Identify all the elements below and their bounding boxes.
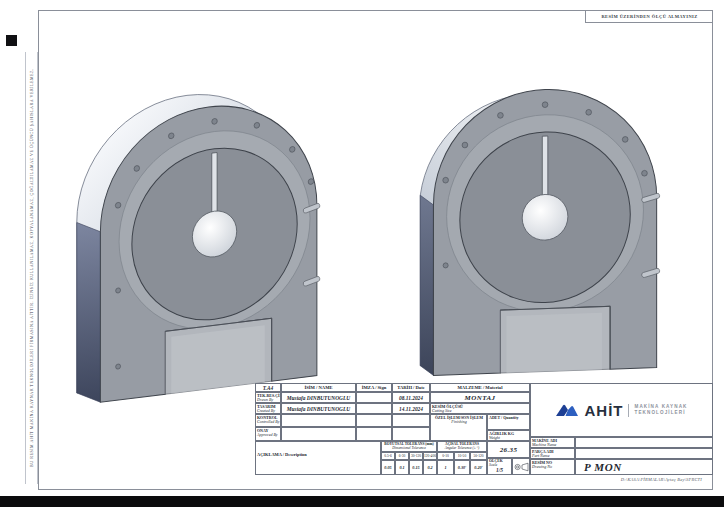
titleblock-header-date: TARİH / Date (392, 383, 430, 392)
material-value: MONTAJ (430, 392, 530, 403)
cutting-size-cell: KESİM ÖLÇÜSÜ Cutting Size (430, 403, 530, 414)
titleblock-header-material: MALZEME / Material (430, 383, 530, 392)
ahit-logo-icon (555, 402, 579, 418)
titleblock-header-name: İSİM / NAME (281, 383, 356, 392)
row-drawnby-label: TEK.RES.ÇİZ Drawn By (255, 392, 281, 403)
row-controlledby-date (392, 414, 430, 427)
slot (542, 136, 547, 197)
brand-divider (628, 404, 629, 417)
row-createdby-sign (356, 403, 392, 414)
bottom-black-bar (0, 496, 724, 507)
ang-tol-range: 0-10 (437, 452, 454, 460)
row-createdby-date: 14.11.2024 (392, 403, 430, 414)
drawing-page: RESİM ÜZERİNDEN ÖLÇÜ ALMAYINIZ BU RESİM … (0, 0, 724, 510)
dim-tol-range: 6-30 (395, 452, 409, 460)
ang-tol-header: AÇISAL TOLERANS Angular Tolerance (± °) (437, 441, 487, 452)
row-approvedby-date (392, 427, 430, 441)
drawing-no-value: P MON (575, 459, 713, 475)
brand-tagline: MAKİNA KAYNAK TEKNOLOJİLERİ (634, 404, 687, 416)
machine-name-label: MAKİNE ADI Machine Name (530, 437, 575, 448)
row-controlledby-sign (356, 414, 392, 427)
dim-tol-header: BOYUTSAL TOLERANS (mm) Dimensional Toler… (381, 441, 437, 452)
no-measure-note: RESİM ÜZERİNDEN ÖLÇÜ ALMAYINIZ (585, 10, 713, 23)
housing-front (420, 85, 660, 375)
registration-mark (6, 35, 17, 46)
row-drawnby-date: 08.11.2024 (392, 392, 430, 403)
ang-tol-range: 50-120 (470, 452, 487, 460)
ang-tol-value: 0.20' (470, 460, 487, 475)
description-cell: AÇIKLAMA / Description (255, 441, 381, 475)
iso-view-left (46, 54, 352, 404)
row-approvedby-sign (356, 427, 392, 441)
ang-tol-range: 10-50 (454, 452, 470, 460)
ang-tol-value: 1 (437, 460, 454, 475)
drawing-no-label: RESİM NO Drawing No (530, 459, 575, 475)
part-name-label: PARÇA ADI Part Name (530, 448, 575, 459)
machine-name-value (575, 437, 713, 448)
row-approvedby-label: ONAY Approved By (255, 427, 281, 441)
dim-tol-value: 0.05 (381, 460, 395, 475)
row-controlledby-label: KONTROL Controlled By (255, 414, 281, 427)
dim-tol-range: 120-400 (423, 452, 437, 460)
dim-tol-range: 30-120 (409, 452, 423, 460)
dim-tol-value: 0.15 (409, 460, 423, 475)
bottom-notch (500, 306, 610, 373)
housing-left (77, 79, 321, 404)
projection-symbol-icon (512, 458, 530, 475)
row-drawnby-name: Mustafa DINBUTUNOGLU (281, 392, 356, 403)
file-path-note: D:\KASA\FİRMALAR\Aytaç Bey\SPRCTI (621, 477, 702, 482)
brand-block: AHİT MAKİNA KAYNAK TEKNOLOJİLERİ (530, 383, 713, 437)
row-createdby-label: TASARIM Created By (255, 403, 281, 414)
quantity-cell: ADET / Quantity (487, 414, 530, 430)
ang-tol-value: 0.30' (454, 460, 470, 475)
titleblock-format: T.A4 (255, 383, 281, 392)
iso-view-front (388, 40, 694, 390)
part-name-value (575, 448, 713, 459)
row-controlledby-name (281, 414, 356, 427)
weight-value: 26.35 (487, 441, 530, 458)
confidentiality-note: BU RESİM AHİT MAKİNA KAYNAK TEKNOLOJİLER… (25, 52, 38, 484)
dim-tol-value: 0.1 (395, 460, 409, 475)
scale-cell: ÖLÇEK Scale 1/5 (487, 458, 512, 475)
weight-label-cell: AĞIRLIK KG Weight (487, 430, 530, 441)
finishing-cell: ÖZEL İŞLEM/SON İŞLEM Finishing (430, 414, 487, 441)
dim-tol-value: 0.2 (423, 460, 437, 475)
brand-name: AHİT (584, 402, 623, 419)
row-createdby-name: Mustafa DINBUTUNOGLU (281, 403, 356, 414)
slot (212, 153, 217, 215)
row-drawnby-sign (356, 392, 392, 403)
titleblock-header-sign: İMZA / Sign (356, 383, 392, 392)
row-approvedby-name (281, 427, 356, 441)
dim-tol-range: 0.5-6 (381, 452, 395, 460)
